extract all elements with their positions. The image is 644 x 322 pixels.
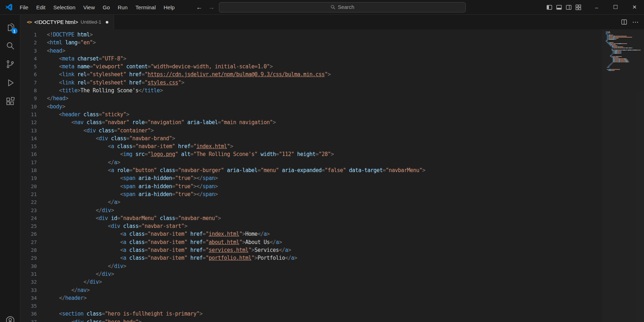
- vscode-logo-icon: [5, 3, 13, 11]
- code-line[interactable]: </header>: [47, 294, 644, 302]
- line-number: 5: [20, 63, 37, 70]
- code-line[interactable]: <!DOCTYPE html>: [47, 31, 644, 39]
- code-line[interactable]: <nav class="navbar" role="navigation" ar…: [47, 118, 644, 126]
- menu-file[interactable]: File: [16, 0, 32, 14]
- minimap-line: [606, 66, 642, 67]
- split-editor-icon[interactable]: [621, 19, 627, 25]
- modified-dot[interactable]: ●: [105, 19, 109, 25]
- minimap-line: [606, 40, 642, 41]
- minimap-line: [606, 47, 642, 47]
- line-number: 7: [20, 79, 37, 87]
- code-line[interactable]: <div class="navbar-brand">: [47, 135, 644, 142]
- toggle-sidebar-icon[interactable]: [546, 4, 552, 10]
- code-line[interactable]: <span aria-hidden="true"></span>: [47, 182, 644, 190]
- code-line[interactable]: </div>: [47, 262, 644, 270]
- close-button[interactable]: ✕: [625, 0, 644, 15]
- line-number: 1: [20, 31, 37, 39]
- nav-back-button[interactable]: ←: [195, 4, 204, 11]
- code-line[interactable]: <span aria-hidden="true"></span>: [47, 190, 644, 198]
- code-line[interactable]: </div>: [47, 206, 644, 214]
- minimap-line: [606, 65, 642, 65]
- line-number: 10: [20, 103, 37, 111]
- activity-source-control[interactable]: [0, 55, 20, 73]
- menu-help[interactable]: Help: [160, 0, 179, 14]
- minimap-line: [606, 39, 642, 40]
- code-line[interactable]: [47, 302, 644, 310]
- activity-explorer[interactable]: 1: [0, 18, 20, 36]
- minimize-button[interactable]: –: [587, 0, 606, 15]
- code-line[interactable]: <a class="navbar-item" href="services.ht…: [47, 246, 644, 254]
- line-number: 13: [20, 127, 37, 135]
- code-line[interactable]: <a class="navbar-item" href="index.html"…: [47, 142, 644, 150]
- code-line[interactable]: </nav>: [47, 286, 644, 294]
- tab-untitled-1[interactable]: <> <!DOCTYPE html> Untitled-1 ●: [20, 15, 114, 29]
- code-line[interactable]: <title>The Rolling Scone's</title>: [47, 87, 644, 94]
- line-number: 26: [20, 230, 37, 238]
- activity-account[interactable]: [0, 316, 20, 322]
- toggle-secondary-sidebar-icon[interactable]: [566, 4, 572, 10]
- code-line[interactable]: <img src="logo.png" alt="The Rolling Sco…: [47, 150, 644, 158]
- code-line[interactable]: <meta name="viewport" content="width=dev…: [47, 63, 644, 70]
- code-line[interactable]: <a role="button" class="navbar-burger" a…: [47, 166, 644, 174]
- line-number: 28: [20, 246, 37, 254]
- main-area: 1: [0, 15, 644, 322]
- line-number: 33: [20, 286, 37, 294]
- code-lines[interactable]: <!DOCTYPE html><html lang="en"><head> <m…: [47, 31, 644, 322]
- code-line[interactable]: <link rel="stylesheet" href="https://cdn…: [47, 70, 644, 78]
- code-line[interactable]: <a class="navbar-item" href="about.html"…: [47, 238, 644, 246]
- code-line[interactable]: <div class="navbar-start">: [47, 222, 644, 230]
- toggle-panel-icon[interactable]: [556, 4, 562, 10]
- search-box[interactable]: Search: [219, 2, 466, 13]
- title-bar: File Edit Selection View Go Run Terminal…: [0, 0, 644, 15]
- menu-selection[interactable]: Selection: [49, 0, 79, 14]
- minimap-line: [606, 56, 642, 57]
- minimap-line: [606, 49, 642, 49]
- code-line[interactable]: </a>: [47, 158, 644, 166]
- code-line[interactable]: <html lang="en">: [47, 39, 644, 47]
- menu-edit[interactable]: Edit: [32, 0, 49, 14]
- code-line[interactable]: <header class="sticky">: [47, 111, 644, 118]
- line-number: 8: [20, 87, 37, 94]
- gutter: 1234567891011121314151617181920212223242…: [20, 31, 47, 322]
- menu-view[interactable]: View: [79, 0, 99, 14]
- line-number: 24: [20, 214, 37, 222]
- menu-terminal[interactable]: Terminal: [132, 0, 160, 14]
- line-number: 36: [20, 310, 37, 318]
- maximize-button[interactable]: ☐: [606, 0, 625, 15]
- code-line[interactable]: <a class="navbar-item" href="index.html"…: [47, 230, 644, 238]
- code-line[interactable]: <div id="navbarMenu" class="navbar-menu"…: [47, 214, 644, 222]
- code-line[interactable]: <meta charset="UTF-8">: [47, 55, 644, 63]
- menu-go[interactable]: Go: [99, 0, 114, 14]
- activity-search[interactable]: [0, 36, 20, 55]
- code-line[interactable]: <a class="navbar-item" href="portfolio.h…: [47, 254, 644, 262]
- minimap-line: [606, 44, 642, 45]
- line-number: 22: [20, 198, 37, 206]
- code-line[interactable]: </a>: [47, 198, 644, 206]
- code-line[interactable]: <head>: [47, 47, 644, 55]
- tab-description: Untitled-1: [80, 19, 101, 25]
- minimap-line: [606, 36, 642, 36]
- code-line[interactable]: <section class="hero is-fullheight is-pr…: [47, 310, 644, 318]
- code-line[interactable]: </div>: [47, 270, 644, 278]
- activity-extensions[interactable]: [0, 92, 20, 111]
- code-line[interactable]: </div>: [47, 278, 644, 286]
- code-line[interactable]: <span aria-hidden="true"></span>: [47, 174, 644, 182]
- code-line[interactable]: <div class="container">: [47, 127, 644, 135]
- line-number: 31: [20, 270, 37, 278]
- minimap-line: [606, 62, 642, 62]
- code-line[interactable]: <link rel="stylesheet" href="styles.css"…: [47, 79, 644, 87]
- minimap[interactable]: [602, 29, 644, 322]
- minimap-line: [606, 37, 642, 38]
- more-actions-icon[interactable]: ⋯: [632, 18, 639, 26]
- tab-label: <!DOCTYPE html>: [34, 19, 78, 25]
- editor[interactable]: 1234567891011121314151617181920212223242…: [20, 29, 644, 322]
- customize-layout-icon[interactable]: [575, 4, 581, 10]
- code-line[interactable]: <body>: [47, 103, 644, 111]
- minimap-line: [606, 53, 642, 54]
- menu-run[interactable]: Run: [114, 0, 132, 14]
- activity-run-debug[interactable]: [0, 73, 20, 92]
- nav-forward-button[interactable]: →: [207, 4, 216, 11]
- html-file-icon: <>: [27, 19, 32, 25]
- code-line[interactable]: </head>: [47, 94, 644, 102]
- code-line[interactable]: <div class="hero-body">: [47, 318, 644, 322]
